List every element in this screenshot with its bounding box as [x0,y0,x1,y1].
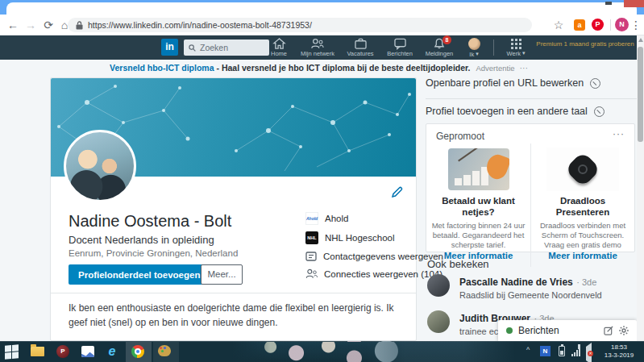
messaging-label: Berichten [518,325,559,336]
add-language-link[interactable]: Profiel toevoegen in een andere taal [426,106,605,117]
volume-muted-icon[interactable]: ✕ [586,347,592,361]
compose-icon[interactable] [604,326,613,335]
tray-app-icon[interactable]: N [540,346,551,356]
presence-dot-icon [506,327,513,334]
nhl-logo-icon: NHL [305,231,318,244]
network-signal-icon[interactable] [571,347,582,356]
nav-label: Ik [469,51,474,58]
ad-title[interactable]: Betaald uw klant netjes? [431,195,526,218]
nav-item-ik[interactable]: Ik▾ [459,35,488,60]
factoring-ad-image [448,148,509,190]
person-avatar [427,274,450,297]
home-nav-icon [273,38,285,49]
linkedin-logo[interactable]: in [161,39,178,56]
toolbar-divider [610,19,611,31]
edit-pencil-icon[interactable] [392,186,403,198]
nav-item-meldingen[interactable]: 8 Meldingen [419,35,459,60]
pinterest-extension-icon[interactable]: P [592,19,604,31]
promoted-ad[interactable]: Betaald uw klant netjes? Met factoring b… [426,144,530,267]
search-input[interactable]: Zoeken [184,40,269,56]
url-text: https://www.linkedin.com/in/nadine-ooste… [88,20,312,30]
browser-titlebar [0,0,644,15]
company-name: Ahold [325,214,348,223]
close-icon[interactable] [624,0,644,7]
promoted-ad[interactable]: Draadloos Presenteren Draadloos verbinde… [530,144,634,267]
browser-menu-icon[interactable]: ⋮ [628,15,644,35]
messaging-widget[interactable]: Berichten [498,320,637,341]
profile-info-column: Ahold Ahold NHL NHL Hogeschool Contactge… [305,212,415,285]
nav-item-home[interactable]: Home [263,35,295,60]
person-avatar [427,310,450,333]
taskbar-clock[interactable]: 18:53 13-3-2019 [600,343,638,360]
ad-link[interactable]: Versneld hbo-ICT diploma [110,63,214,73]
also-viewed-person[interactable]: Pascalle Nadine de Vries · 3de Raadslid … [427,274,602,300]
contact-info-link[interactable]: Contactgegevens weergeven [305,251,415,262]
ad-text: - Haal versneld je hbo ICT diploma bij d… [216,63,470,73]
clock-date: 13-3-2019 [600,352,638,360]
edit-circle-icon [590,78,600,89]
edit-public-profile-link[interactable]: Openbare profiel en URL bewerken [426,77,600,89]
nav-label: Meldingen [426,50,454,57]
page-scrollbar[interactable] [637,35,644,341]
address-bar[interactable]: https://www.linkedin.com/in/nadine-ooste… [68,18,532,32]
chevron-down-icon: ▾ [522,50,526,56]
ad-options-icon[interactable]: ··· [519,63,528,73]
ad-cta-link[interactable]: Meer informatie [548,251,617,260]
nav-label: Werk [507,50,521,57]
back-icon[interactable]: ← [5,15,21,35]
me-avatar [468,38,480,50]
promoted-options-icon[interactable]: ··· [613,131,625,142]
more-button[interactable]: Meer... [201,264,243,285]
nav-item-vacatures[interactable]: Vacatures [340,35,380,60]
start-button[interactable] [5,344,19,359]
photo-app-icon[interactable] [81,344,96,359]
link-label: Connecties weergeven (104) [324,269,442,279]
also-viewed-title: Ook bekeken [427,258,489,270]
chrome-icon[interactable] [131,344,146,359]
profile-headline: Docent Nederlands in opleiding [69,234,214,246]
scroll-up-icon[interactable] [638,38,643,42]
internet-explorer-icon[interactable]: e [105,344,119,359]
button-label: Profielonderdeel toevoegen [78,270,200,280]
battery-icon[interactable] [559,346,565,356]
paint-icon[interactable] [158,344,172,359]
page-content: Versneld hbo-ICT diploma - Haal versneld… [0,60,638,341]
education-row[interactable]: NHL NHL Hogeschool [305,231,415,244]
browser-tab[interactable] [6,2,637,15]
nav-item-mijn-netwerk[interactable]: Mijn netwerk [295,35,340,60]
browser-profile-avatar[interactable]: N [615,18,629,31]
gear-icon[interactable] [619,326,629,335]
scrollbar-thumb[interactable] [638,47,643,142]
red-app-icon[interactable]: P [56,344,71,359]
nav-item-werk[interactable]: Werk▾ [498,35,534,60]
ad-title[interactable]: Draadloos Presenteren [536,195,629,218]
sidebar-divider [426,98,637,99]
apps-grid-icon [511,39,521,49]
nav-label: Berichten [387,50,413,57]
tray-expand-icon[interactable]: ^ [526,346,530,354]
nav-label: Home [271,50,287,57]
lock-icon [76,21,83,30]
extension-icon[interactable]: a [574,19,585,31]
briefcase-icon [355,38,367,49]
messages-icon [394,38,406,49]
forward-icon[interactable]: → [23,15,39,35]
browser-toolbar: ← → ⟳ ⌂ https://www.linkedin.com/in/nadi… [0,15,644,35]
bookmark-star-icon[interactable]: ☆ [551,15,567,35]
current-company-row[interactable]: Ahold Ahold [305,212,415,225]
nav-divider [493,40,494,56]
card-divider [51,293,416,293]
file-explorer-icon[interactable] [31,344,45,359]
profile-photo[interactable] [64,130,136,202]
network-icon [311,38,324,49]
ad-tag: Advertentie [476,64,514,73]
promoted-ads-card: Gepromoot ··· Betaald uw klant netjes? M… [426,123,635,252]
reload-icon[interactable]: ⟳ [40,15,56,35]
ahold-logo-icon: Ahold [305,212,318,225]
premium-upsell-link[interactable]: Premium 1 maand gratis proberen [535,40,635,48]
connections-link[interactable]: Connecties weergeven (104) [305,268,415,279]
minimize-icon[interactable] [605,2,612,5]
notification-badge: 8 [442,35,451,44]
nav-item-berichten[interactable]: Berichten [380,35,419,60]
add-profile-section-button[interactable]: Profielonderdeel toevoegen ▾ [69,264,221,285]
